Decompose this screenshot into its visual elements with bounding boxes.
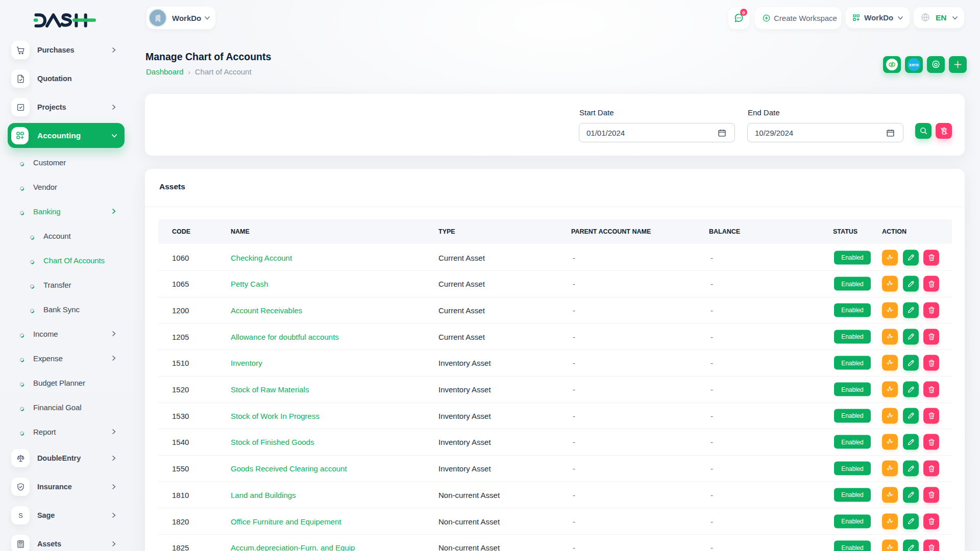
svg-text:S: S	[18, 512, 22, 519]
